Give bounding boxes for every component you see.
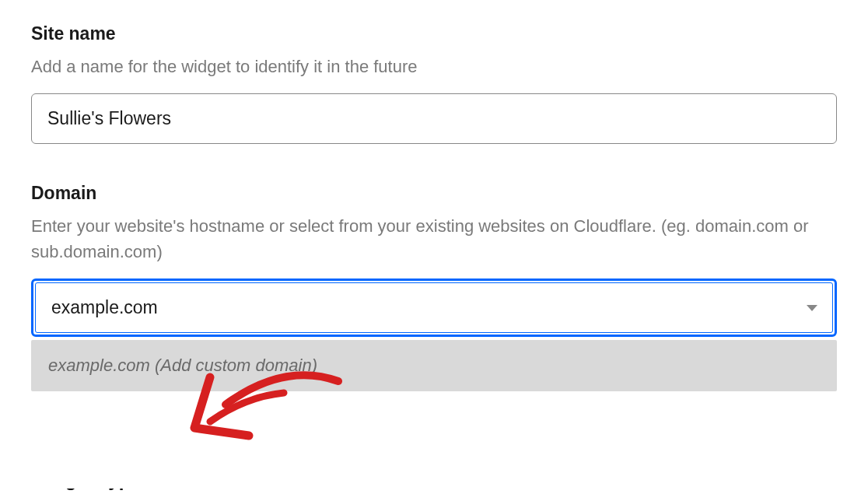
site-name-input[interactable] (31, 93, 837, 144)
domain-combo-container: example.com (Add custom domain) (31, 279, 837, 337)
domain-dropdown-option[interactable]: example.com (Add custom domain) (31, 340, 837, 391)
domain-label: Domain (31, 183, 837, 204)
domain-combo-wrapper (31, 279, 837, 337)
widget-type-label-cutoff: Widget Type (31, 489, 141, 499)
domain-field-group: Domain Enter your website's hostname or … (31, 183, 837, 337)
domain-dropdown: example.com (Add custom domain) (31, 340, 837, 391)
site-name-description: Add a name for the widget to identify it… (31, 54, 837, 79)
domain-description: Enter your website's hostname or select … (31, 213, 837, 265)
site-name-label: Site name (31, 23, 837, 44)
domain-input[interactable] (35, 282, 833, 333)
site-name-field-group: Site name Add a name for the widget to i… (31, 23, 837, 144)
